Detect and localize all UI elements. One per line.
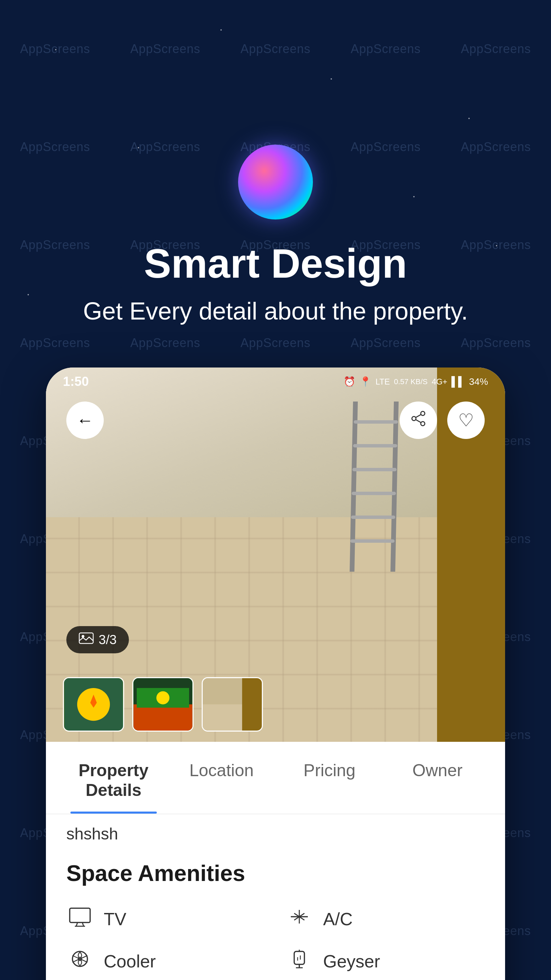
data-label: 4G+ [432,377,447,387]
ac-label: A/C [323,909,353,929]
cooler-label: Cooler [104,951,156,972]
svg-line-0 [352,401,356,572]
location-icon: 📍 [359,376,372,387]
thumbnail-strip [63,677,263,732]
space-amenities-title: Space Amenities [66,860,485,886]
signal-icon: ▌▌ [451,376,465,387]
action-buttons: ♡ [400,401,485,439]
svg-line-1 [393,401,396,572]
tab-owner[interactable]: Owner [384,742,492,814]
phone-container: 1:50 ⏰ 📍 LTE 0.57 KB/S 4G+ ▌▌ 34% [46,368,505,980]
tabs-row: Property Details Location Pricing Owner [46,742,505,814]
cooler-icon [66,949,94,974]
back-icon: ← [76,410,94,430]
svg-point-20 [156,692,170,705]
amenity-ac: A/C [286,907,485,932]
svg-rect-13 [79,633,93,643]
svg-point-9 [421,422,425,426]
status-icons: ⏰ 📍 LTE 0.57 KB/S 4G+ ▌▌ 34% [343,376,488,387]
amenity-tv: TV [66,907,265,932]
alarm-icon: ⏰ [343,376,356,387]
thumbnail-1[interactable] [63,677,124,732]
tab-property-details[interactable]: Property Details [60,742,168,814]
tab-location[interactable]: Location [168,742,276,814]
svg-point-10 [412,417,416,421]
hero-subtitle: Get Every detail about the property. [83,297,468,325]
speed-label: 0.57 KB/S [394,377,427,386]
status-time: 1:50 [63,374,89,389]
property-photo-area: 1:50 ⏰ 📍 LTE 0.57 KB/S 4G+ ▌▌ 34% [46,368,505,742]
share-button[interactable] [400,401,437,439]
image-icon [79,632,94,647]
svg-point-8 [421,411,425,415]
amenity-cooler: Cooler [66,949,265,974]
tv-label: TV [104,909,126,929]
geyser-icon [286,949,313,974]
back-button[interactable]: ← [66,401,104,439]
svg-rect-23 [242,678,262,730]
image-counter: 3/3 [66,626,129,653]
heart-icon: ♡ [458,410,474,430]
tabs-section: Property Details Location Pricing Owner [46,742,505,814]
status-bar: 1:50 ⏰ 📍 LTE 0.57 KB/S 4G+ ▌▌ 34% [46,368,505,392]
amenities-grid: TV A/C [66,907,485,980]
amenity-geyser: Geyser [286,949,485,974]
phone-mockup: 1:50 ⏰ 📍 LTE 0.57 KB/S 4G+ ▌▌ 34% [46,368,505,980]
siri-orb [238,145,313,220]
content-section: Space Amenities TV [46,843,505,980]
favorite-button[interactable]: ♡ [447,401,485,439]
svg-line-12 [416,420,421,423]
thumbnail-2[interactable] [132,677,194,732]
ac-icon [286,907,313,932]
geyser-label: Geyser [323,951,380,972]
network-label: LTE [375,377,390,387]
svg-rect-18 [133,705,192,730]
svg-rect-32 [294,951,305,964]
battery-label: 34% [469,376,488,387]
svg-rect-24 [70,908,90,923]
svg-line-11 [416,414,421,417]
share-icon [410,410,427,430]
hero-title: Smart Design [144,240,407,287]
thumbnail-3[interactable] [202,677,263,732]
tab-pricing[interactable]: Pricing [275,742,384,814]
tv-icon [66,907,94,932]
counter-text: 3/3 [98,633,117,647]
property-name: shshsh [46,814,505,843]
